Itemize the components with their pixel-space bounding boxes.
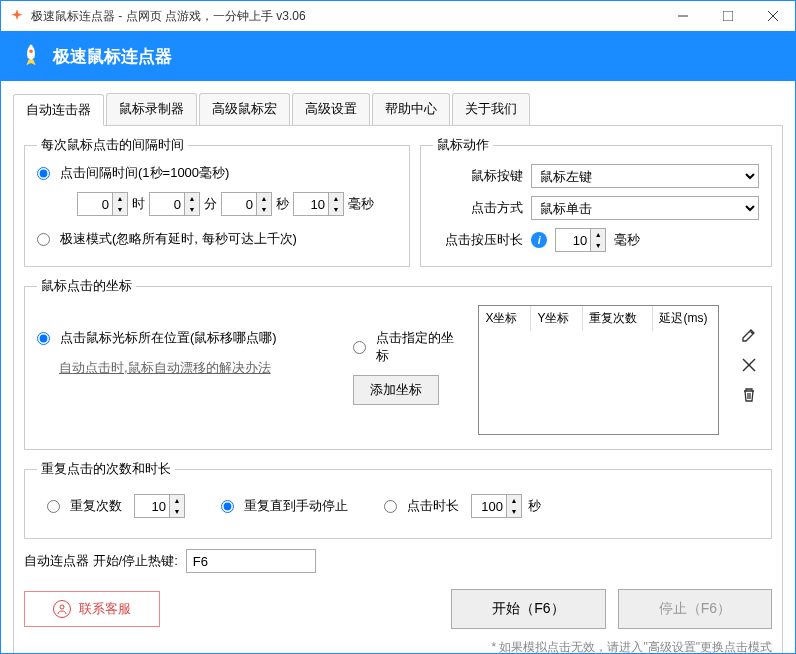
hours-spinner[interactable]: ▲▼ <box>77 192 128 216</box>
edit-coord-button[interactable] <box>739 325 759 345</box>
duration-input[interactable] <box>472 495 506 517</box>
radio-repeat-count[interactable] <box>47 500 60 513</box>
add-coord-button[interactable]: 添加坐标 <box>353 375 439 405</box>
rocket-icon <box>17 42 45 70</box>
down-arrow-icon[interactable]: ▼ <box>185 204 199 215</box>
ms-unit: 毫秒 <box>348 195 374 213</box>
radio-cursor-pos[interactable] <box>37 332 50 345</box>
repeat-count-spinner[interactable]: ▲▼ <box>134 494 185 518</box>
contact-button[interactable]: 联系客服 <box>24 591 160 627</box>
press-duration-input[interactable] <box>556 229 590 251</box>
label-fixed-pos: 点击指定的坐标 <box>376 329 458 365</box>
hours-unit: 时 <box>132 195 145 213</box>
down-arrow-icon[interactable]: ▼ <box>329 204 343 215</box>
tab-about[interactable]: 关于我们 <box>452 93 530 125</box>
seconds-spinner[interactable]: ▲▼ <box>221 192 272 216</box>
header-title: 极速鼠标连点器 <box>53 45 172 68</box>
label-cursor-pos: 点击鼠标光标所在位置(鼠标移哪点哪) <box>60 329 277 347</box>
tab-auto-clicker[interactable]: 自动连击器 <box>13 94 104 126</box>
radio-timed-interval[interactable] <box>37 167 50 180</box>
press-duration-label: 点击按压时长 <box>433 231 523 249</box>
tab-macro[interactable]: 高级鼠标宏 <box>199 93 290 125</box>
drift-help-link[interactable]: 自动点击时,鼠标自动漂移的解决办法 <box>59 359 333 377</box>
close-icon <box>768 11 778 21</box>
up-arrow-icon[interactable]: ▲ <box>329 193 343 204</box>
svg-rect-1 <box>723 11 733 21</box>
close-button[interactable] <box>750 1 795 31</box>
col-delay: 延迟(ms) <box>653 306 718 331</box>
interval-legend: 每次鼠标点击的间隔时间 <box>37 136 188 154</box>
minutes-input[interactable] <box>150 193 184 215</box>
svg-point-4 <box>29 50 33 54</box>
mouse-key-select[interactable]: 鼠标左键 <box>531 164 759 188</box>
tab-advanced[interactable]: 高级设置 <box>292 93 370 125</box>
remove-coord-button[interactable] <box>739 355 759 375</box>
press-duration-spinner[interactable]: ▲▼ <box>555 228 606 252</box>
maximize-button[interactable] <box>705 1 750 31</box>
hotkey-input[interactable] <box>186 549 316 573</box>
minutes-spinner[interactable]: ▲▼ <box>149 192 200 216</box>
seconds-input[interactable] <box>222 193 256 215</box>
label-repeat-count: 重复次数 <box>70 497 122 515</box>
down-arrow-icon[interactable]: ▼ <box>257 204 271 215</box>
radio-fast-mode[interactable] <box>37 233 50 246</box>
repeat-count-input[interactable] <box>135 495 169 517</box>
radio-duration[interactable] <box>384 500 397 513</box>
tab-help[interactable]: 帮助中心 <box>372 93 450 125</box>
stop-button[interactable]: 停止（F6） <box>618 589 772 629</box>
duration-spinner[interactable]: ▲▼ <box>471 494 522 518</box>
mouse-key-label: 鼠标按键 <box>433 167 523 185</box>
click-mode-select[interactable]: 鼠标单击 <box>531 196 759 220</box>
ms-spinner[interactable]: ▲▼ <box>293 192 344 216</box>
up-arrow-icon[interactable]: ▲ <box>170 495 184 506</box>
hours-input[interactable] <box>78 193 112 215</box>
coords-legend: 鼠标点击的坐标 <box>37 277 136 295</box>
radio-fixed-pos[interactable] <box>353 341 366 354</box>
down-arrow-icon[interactable]: ▼ <box>507 506 521 517</box>
contact-label: 联系客服 <box>79 600 131 618</box>
tab-recorder[interactable]: 鼠标录制器 <box>106 93 197 125</box>
up-arrow-icon[interactable]: ▲ <box>185 193 199 204</box>
minimize-button[interactable] <box>660 1 705 31</box>
col-x: X坐标 <box>479 306 531 331</box>
window-title: 极速鼠标连点器 - 点网页 点游戏，一分钟上手 v3.06 <box>31 8 306 25</box>
ms-input[interactable] <box>294 193 328 215</box>
tab-content: 每次鼠标点击的间隔时间 点击间隔时间(1秒=1000毫秒) ▲▼ 时 ▲▼ 分 … <box>13 125 783 654</box>
duration-unit: 秒 <box>528 497 541 515</box>
minutes-unit: 分 <box>204 195 217 213</box>
titlebar: 极速鼠标连点器 - 点网页 点游戏，一分钟上手 v3.06 <box>1 1 795 31</box>
repeat-legend: 重复点击的次数和时长 <box>37 460 175 478</box>
app-window: 极速鼠标连点器 - 点网页 点游戏，一分钟上手 v3.06 极速鼠标连点器 自动… <box>0 0 796 654</box>
hotkey-label: 自动连点器 开始/停止热键: <box>24 552 178 570</box>
label-fast-mode: 极速模式(忽略所有延时, 每秒可达上千次) <box>60 230 297 248</box>
trash-icon <box>741 387 757 403</box>
press-duration-unit: 毫秒 <box>614 231 640 249</box>
col-repeat: 重复次数 <box>583 306 653 331</box>
label-until-stop: 重复直到手动停止 <box>244 497 348 515</box>
maximize-icon <box>723 11 733 21</box>
down-arrow-icon[interactable]: ▼ <box>113 204 127 215</box>
label-timed-interval: 点击间隔时间(1秒=1000毫秒) <box>60 164 229 182</box>
start-button[interactable]: 开始（F6） <box>451 589 605 629</box>
coords-table[interactable]: X坐标 Y坐标 重复次数 延迟(ms) <box>478 305 719 435</box>
header: 极速鼠标连点器 <box>1 31 795 81</box>
hint-text: * 如果模拟点击无效，请进入"高级设置"更换点击模式 <box>24 639 772 654</box>
x-icon <box>742 358 756 372</box>
info-icon[interactable]: i <box>531 232 547 248</box>
delete-all-button[interactable] <box>739 385 759 405</box>
minimize-icon <box>678 11 688 21</box>
up-arrow-icon[interactable]: ▲ <box>257 193 271 204</box>
svg-point-7 <box>60 605 64 609</box>
down-arrow-icon[interactable]: ▼ <box>591 240 605 251</box>
tab-bar: 自动连击器 鼠标录制器 高级鼠标宏 高级设置 帮助中心 关于我们 <box>13 93 795 125</box>
radio-until-stop[interactable] <box>221 500 234 513</box>
down-arrow-icon[interactable]: ▼ <box>170 506 184 517</box>
up-arrow-icon[interactable]: ▲ <box>113 193 127 204</box>
label-duration: 点击时长 <box>407 497 459 515</box>
edit-icon <box>741 327 757 343</box>
up-arrow-icon[interactable]: ▲ <box>507 495 521 506</box>
up-arrow-icon[interactable]: ▲ <box>591 229 605 240</box>
person-icon <box>53 600 71 618</box>
interval-group: 每次鼠标点击的间隔时间 点击间隔时间(1秒=1000毫秒) ▲▼ 时 ▲▼ 分 … <box>24 136 410 267</box>
action-group: 鼠标动作 鼠标按键 鼠标左键 点击方式 鼠标单击 点击按压时长 i ▲▼ 毫秒 <box>420 136 772 267</box>
